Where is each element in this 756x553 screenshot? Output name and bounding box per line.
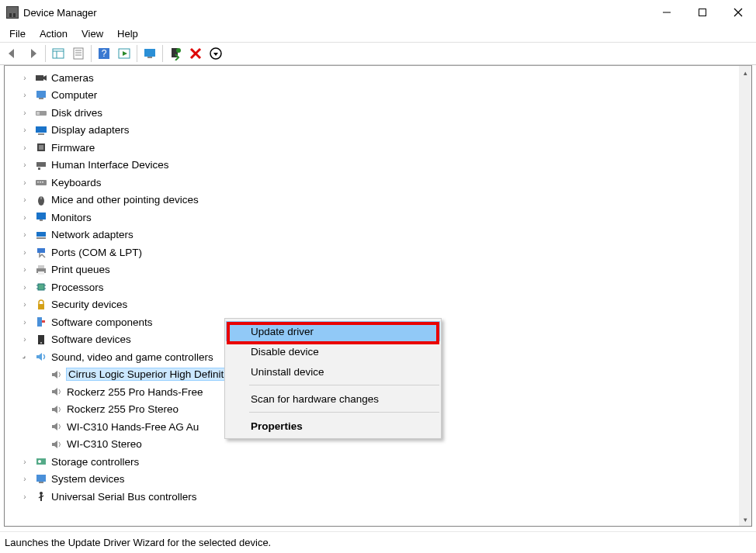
chevron-right-icon[interactable]: › xyxy=(20,493,29,501)
tree-item-printqueues[interactable]: ›Print queues xyxy=(5,261,739,279)
network-icon xyxy=(34,228,48,242)
ctx-scan-hardware[interactable]: Scan for hardware changes xyxy=(226,389,440,409)
chevron-right-icon[interactable]: › xyxy=(20,178,29,187)
close-button[interactable] xyxy=(720,0,756,25)
chevron-right-icon[interactable]: › xyxy=(20,265,29,274)
chevron-right-icon[interactable]: › xyxy=(20,248,29,257)
svg-rect-22 xyxy=(36,91,46,98)
properties-icon xyxy=(71,47,85,60)
chevron-right-icon[interactable]: › xyxy=(20,230,29,239)
tree-item-storage[interactable]: ›Storage controllers xyxy=(5,453,739,471)
window-title: Device Manager xyxy=(23,7,97,19)
maximize-button[interactable] xyxy=(685,0,720,25)
sound-icon xyxy=(34,350,48,364)
tree-item-monitors[interactable]: ›Monitors xyxy=(5,209,739,226)
tree-item-ports[interactable]: ›Ports (COM & LPT) xyxy=(5,244,739,261)
properties-button[interactable] xyxy=(69,44,88,63)
tree-icon xyxy=(51,47,65,60)
tree-item-label: Firmware xyxy=(51,142,95,154)
system-icon xyxy=(34,472,48,486)
monitor-icon xyxy=(34,210,48,224)
chevron-right-icon[interactable]: › xyxy=(20,213,29,222)
chevron-right-icon[interactable]: › xyxy=(20,126,29,134)
ctx-update-driver[interactable]: Update driver xyxy=(226,321,440,341)
show-hide-tree-button[interactable] xyxy=(49,44,68,63)
chevron-right-icon[interactable]: › xyxy=(20,109,29,117)
svg-rect-38 xyxy=(36,213,46,219)
menu-action[interactable]: Action xyxy=(33,26,74,41)
forward-button[interactable] xyxy=(23,44,42,63)
tree-item-displayadapters[interactable]: ›Display adapters xyxy=(5,122,739,140)
toolbar: ? xyxy=(0,42,756,65)
scroll-up-icon[interactable]: ▴ xyxy=(739,66,751,79)
software-device-icon xyxy=(34,333,48,347)
tree-item-system[interactable]: ›System devices xyxy=(5,471,739,489)
svg-rect-46 xyxy=(38,284,44,290)
menu-help[interactable]: Help xyxy=(111,26,144,41)
menu-view[interactable]: View xyxy=(75,26,109,41)
svg-rect-33 xyxy=(37,181,39,183)
uninstall-button[interactable] xyxy=(186,44,205,63)
minimize-button[interactable] xyxy=(649,0,685,25)
titlebar: Device Manager xyxy=(0,0,756,25)
chevron-right-icon[interactable]: › xyxy=(20,143,29,152)
ctx-disable-device[interactable]: Disable device xyxy=(226,341,440,361)
maximize-icon xyxy=(698,8,707,17)
display-adapter-icon xyxy=(34,123,48,137)
help-button[interactable]: ? xyxy=(95,44,113,63)
tree-item-usb[interactable]: ›Universal Serial Bus controllers xyxy=(5,488,739,506)
tree-item-processors[interactable]: ›Processors xyxy=(5,278,739,296)
speaker-icon xyxy=(50,368,64,382)
menu-file[interactable]: File xyxy=(3,26,32,41)
chevron-right-icon[interactable]: › xyxy=(20,161,29,169)
update-driver-button[interactable] xyxy=(166,44,185,63)
hid-icon xyxy=(34,158,48,172)
svg-rect-27 xyxy=(38,133,44,135)
chevron-right-icon[interactable]: › xyxy=(20,195,29,204)
back-button[interactable] xyxy=(3,44,22,63)
chevron-right-icon[interactable]: › xyxy=(20,300,29,309)
svg-rect-39 xyxy=(40,219,43,221)
tree-item-security[interactable]: ›Security devices xyxy=(5,296,739,314)
svg-rect-35 xyxy=(42,181,43,183)
device-tree[interactable]: ›Cameras ›Computer ›Disk drives ›Display… xyxy=(5,66,739,526)
svg-point-60 xyxy=(40,492,43,495)
chevron-right-icon[interactable]: › xyxy=(20,283,29,292)
software-component-icon xyxy=(34,315,48,329)
svg-text:?: ? xyxy=(102,48,107,59)
chevron-right-icon[interactable]: › xyxy=(20,335,29,344)
app-icon xyxy=(6,6,19,19)
down-circle-icon xyxy=(209,47,223,60)
tree-item-network[interactable]: ›Network adapters xyxy=(5,226,739,244)
tree-item-label: Software components xyxy=(51,316,153,328)
vertical-scrollbar[interactable]: ▴ ▾ xyxy=(739,66,751,526)
chevron-right-icon[interactable]: › xyxy=(20,74,29,82)
tree-item-label: Sound, video and game controllers xyxy=(51,351,213,363)
tree-item-hid[interactable]: ›Human Interface Devices xyxy=(5,157,739,175)
chevron-right-icon[interactable]: › xyxy=(20,475,29,483)
chevron-right-icon[interactable]: › xyxy=(20,458,29,466)
disable-button[interactable] xyxy=(206,44,225,63)
scan-button[interactable] xyxy=(140,44,159,63)
svg-rect-29 xyxy=(39,145,43,150)
action-button[interactable] xyxy=(115,44,134,63)
camera-icon xyxy=(34,71,48,85)
tree-item-label: Human Interface Devices xyxy=(51,159,169,171)
tree-item-computer[interactable]: ›Computer xyxy=(5,87,739,105)
ctx-properties[interactable]: Properties xyxy=(226,416,440,436)
chevron-right-icon[interactable]: › xyxy=(20,91,29,99)
chevron-down-icon[interactable]: › xyxy=(19,351,31,363)
svg-rect-14 xyxy=(144,49,155,57)
tree-item-diskdrives[interactable]: ›Disk drives xyxy=(5,104,739,122)
chevron-right-icon[interactable]: › xyxy=(20,318,29,327)
scroll-down-icon[interactable]: ▾ xyxy=(739,513,751,526)
ctx-uninstall-device[interactable]: Uninstall device xyxy=(226,361,440,382)
tree-item-mice[interactable]: ›Mice and other pointing devices xyxy=(5,192,739,209)
tree-item-label: Ports (COM & LPT) xyxy=(51,247,142,258)
security-icon xyxy=(34,298,48,312)
tree-item-firmware[interactable]: ›Firmware xyxy=(5,139,739,157)
svg-rect-26 xyxy=(36,126,47,133)
svg-rect-4 xyxy=(53,49,64,58)
tree-item-cameras[interactable]: ›Cameras xyxy=(5,69,739,87)
tree-item-keyboards[interactable]: ›Keyboards xyxy=(5,174,739,192)
